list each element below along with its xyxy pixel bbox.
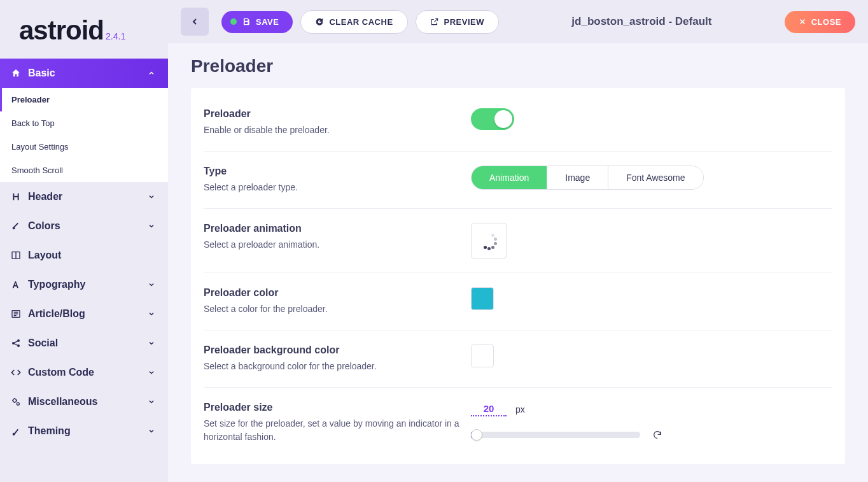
brush-icon (10, 220, 22, 232)
news-icon (10, 308, 22, 320)
paint-icon (10, 425, 22, 437)
sidebar-label: Layout (28, 250, 61, 261)
brand-version: 2.4.1 (106, 31, 125, 41)
cogs-icon (10, 396, 22, 408)
field-desc: Select a preloader type. (204, 181, 471, 194)
color-picker-bg[interactable] (471, 344, 494, 367)
field-desc: Select a color for the preloader. (204, 302, 471, 316)
submenu-preloader[interactable]: Preloader (0, 88, 168, 111)
close-icon (799, 18, 806, 25)
sidebar-item-theming[interactable]: Theming (0, 416, 168, 446)
field-preloader-animation: Preloader animation Select a preloader a… (204, 209, 832, 273)
reset-size-button[interactable] (649, 427, 666, 443)
sidebar-item-misc[interactable]: Miscellaneous (0, 387, 168, 416)
field-preloader-enable: Preloader Enable or disable the preloade… (204, 94, 832, 152)
field-label: Type (204, 166, 471, 177)
field-label: Preloader (204, 108, 471, 120)
save-button[interactable]: SAVE (221, 11, 293, 33)
sidebar-label: Custom Code (28, 367, 94, 378)
sidebar-item-colors[interactable]: Colors (0, 211, 168, 241)
home-icon (10, 67, 22, 79)
columns-icon (10, 250, 22, 261)
sidebar-label: Basic (28, 67, 55, 79)
field-preloader-type: Type Select a preloader type. Animation … (204, 152, 832, 209)
toggle-preloader[interactable] (471, 108, 514, 130)
svg-line-10 (14, 344, 17, 346)
chevron-up-icon (148, 69, 155, 77)
sidebar-label: Article/Blog (28, 308, 85, 320)
sidebar-label: Theming (28, 425, 71, 437)
svg-point-11 (13, 399, 16, 402)
preview-button[interactable]: PREVIEW (416, 10, 499, 34)
segment-image[interactable]: Image (547, 166, 608, 189)
field-preloader-size: Preloader size Set size for the preloade… (204, 388, 832, 458)
sidebar-item-social[interactable]: Social (0, 329, 168, 358)
save-icon (242, 17, 251, 26)
submenu-smooth-scroll[interactable]: Smooth Scroll (0, 159, 168, 182)
panel-preloader: Preloader Enable or disable the preloade… (191, 88, 845, 464)
field-preloader-color: Preloader color Select a color for the p… (204, 273, 832, 330)
color-picker-preloader[interactable] (471, 287, 494, 310)
size-slider[interactable] (471, 432, 640, 438)
brand-name: astroid (19, 15, 104, 45)
chevron-down-icon (148, 281, 155, 288)
sidebar-item-header[interactable]: Header (0, 182, 168, 211)
font-icon (10, 279, 22, 290)
field-desc: Enable or disable the preloader. (204, 124, 471, 137)
sidebar: astroid2.4.1 Basic Preloader Back to Top… (0, 0, 168, 482)
content-area: Preloader Preloader Enable or disable th… (168, 43, 868, 482)
chevron-down-icon (148, 369, 155, 376)
main: SAVE CLEAR CACHE PREVIEW jd_boston_astro… (168, 0, 868, 482)
chevron-left-icon (190, 17, 200, 27)
sidebar-label: Colors (28, 220, 60, 232)
status-dot-icon (230, 18, 237, 25)
segment-fontawesome[interactable]: Font Awesome (608, 166, 703, 189)
sidebar-item-basic[interactable]: Basic (0, 59, 168, 88)
segment-animation[interactable]: Animation (472, 166, 547, 189)
svg-line-9 (14, 341, 17, 343)
sidebar-label: Header (28, 191, 62, 202)
field-desc: Set size for the preloader, set a value … (204, 417, 471, 444)
clear-cache-label: CLEAR CACHE (329, 17, 393, 27)
size-unit: px (515, 404, 525, 415)
external-link-icon (430, 17, 439, 26)
share-icon (10, 337, 22, 349)
sidebar-item-custom-code[interactable]: Custom Code (0, 358, 168, 387)
field-label: Preloader color (204, 287, 471, 299)
preview-label: PREVIEW (444, 17, 484, 27)
page-title-bar: jd_boston_astroid - Default (507, 15, 777, 28)
size-input[interactable] (471, 402, 507, 416)
chevron-down-icon (148, 398, 155, 406)
chevron-down-icon (148, 339, 155, 347)
clear-cache-button[interactable]: CLEAR CACHE (300, 10, 407, 34)
field-label: Preloader background color (204, 344, 471, 356)
topbar: SAVE CLEAR CACHE PREVIEW jd_boston_astro… (168, 0, 868, 43)
close-button[interactable]: CLOSE (785, 11, 855, 33)
heading-icon (10, 191, 22, 202)
refresh-icon (315, 17, 324, 26)
sidebar-label: Typography (28, 279, 85, 290)
field-preloader-bgcolor: Preloader background color Select a back… (204, 330, 832, 388)
sidebar-item-typography[interactable]: Typography (0, 270, 168, 299)
segmented-type: Animation Image Font Awesome (471, 166, 704, 190)
close-label: CLOSE (811, 17, 841, 27)
svg-point-12 (17, 402, 19, 405)
submenu-back-to-top[interactable]: Back to Top (0, 111, 168, 135)
field-label: Preloader size (204, 402, 471, 413)
submenu-layout-settings[interactable]: Layout Settings (0, 135, 168, 159)
section-title-preloader: Preloader (191, 56, 845, 76)
submenu-basic: Preloader Back to Top Layout Settings Sm… (0, 88, 168, 182)
save-label: SAVE (256, 17, 279, 27)
sidebar-item-article[interactable]: Article/Blog (0, 299, 168, 329)
chevron-down-icon (148, 310, 155, 318)
chevron-down-icon (148, 193, 155, 201)
chevron-down-icon (148, 427, 155, 435)
chevron-down-icon (148, 222, 155, 230)
sidebar-label: Social (28, 337, 58, 349)
back-button[interactable] (181, 8, 209, 36)
animation-preview[interactable] (471, 223, 507, 259)
slider-thumb[interactable] (471, 429, 482, 441)
logo: astroid2.4.1 (0, 0, 168, 59)
field-desc: Select a background color for the preloa… (204, 360, 471, 373)
sidebar-item-layout[interactable]: Layout (0, 241, 168, 270)
